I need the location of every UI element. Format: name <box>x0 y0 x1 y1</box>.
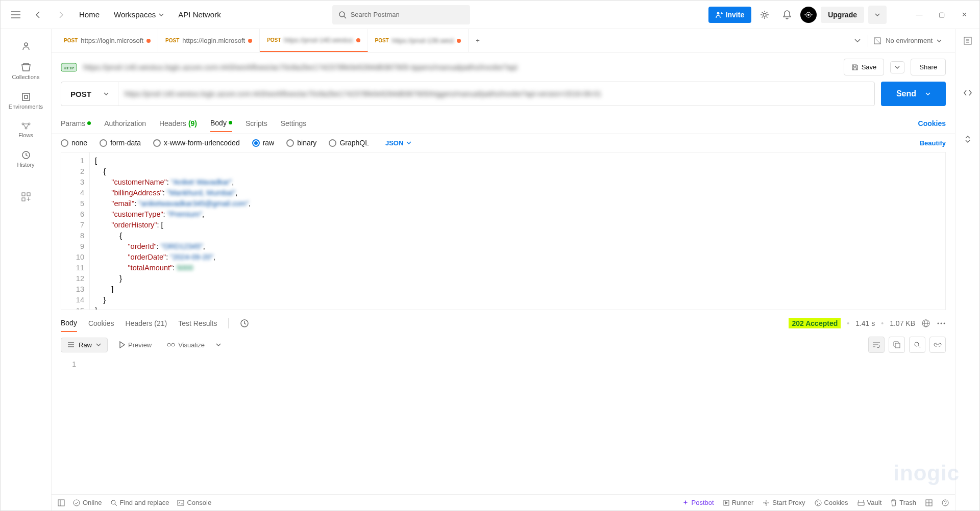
vault-icon <box>857 500 865 506</box>
tab-settings[interactable]: Settings <box>281 115 307 132</box>
forward-icon[interactable] <box>52 6 70 24</box>
code-icon[interactable] <box>963 89 972 96</box>
back-icon[interactable] <box>29 6 47 24</box>
hamburger-icon[interactable] <box>7 6 25 24</box>
response-body[interactable]: 1 <box>52 358 955 370</box>
history-clock-icon[interactable] <box>240 319 249 328</box>
start-proxy[interactable]: Start Proxy <box>763 499 805 506</box>
send-button[interactable]: Send <box>881 82 946 106</box>
settings-icon[interactable] <box>755 6 774 24</box>
tabs-dropdown-icon[interactable] <box>854 39 861 43</box>
url-input[interactable]: https://prod-140.westus.logic.azure.com:… <box>118 90 874 98</box>
tab-3[interactable]: POSThttps://prod-139.west <box>368 29 469 52</box>
sidebar-add-icon[interactable] <box>1 187 51 207</box>
topbar: Home Workspaces API Network Search Postm… <box>1 1 979 29</box>
sidebar-collections[interactable]: Collections <box>1 58 51 85</box>
more-icon[interactable] <box>937 322 946 324</box>
beautify-button[interactable]: Beautify <box>920 139 946 147</box>
tab-body[interactable]: Body <box>210 115 232 132</box>
resp-tab-test-results[interactable]: Test Results <box>178 315 217 331</box>
visualize-dropdown[interactable] <box>216 343 221 346</box>
body-form-data[interactable]: form-data <box>100 139 141 147</box>
sidebar-user-icon[interactable] <box>1 36 51 56</box>
request-tabs: Params Authorization Headers (9) Body Sc… <box>52 113 955 134</box>
tab-params[interactable]: Params <box>61 115 91 132</box>
upgrade-dropdown[interactable] <box>868 6 887 24</box>
http-badge-icon: HTTP <box>61 61 77 73</box>
resp-tab-body[interactable]: Body <box>61 315 77 332</box>
console[interactable]: Console <box>177 499 211 506</box>
search-response-icon[interactable] <box>909 337 925 353</box>
save-button[interactable]: Save <box>844 59 885 75</box>
tab-1[interactable]: POSThttps://login.microsoft <box>158 29 260 52</box>
response-format-selector[interactable]: Raw <box>61 338 108 352</box>
window-close[interactable]: ✕ <box>955 6 973 24</box>
tab-headers[interactable]: Headers (9) <box>159 115 197 132</box>
code-area[interactable]: [ { "customerName": "Aniket Wavadkar", "… <box>90 152 945 310</box>
trash[interactable]: Trash <box>891 499 916 506</box>
history-icon <box>21 150 31 160</box>
online-status[interactable]: Online <box>73 499 102 506</box>
bell-icon[interactable] <box>778 6 796 24</box>
env-quick-icon[interactable] <box>963 36 972 45</box>
svg-rect-14 <box>22 198 25 201</box>
body-none[interactable]: none <box>61 139 87 147</box>
response-line-1: 1 <box>61 360 81 368</box>
new-tab[interactable]: + <box>469 37 487 44</box>
search-input[interactable]: Search Postman <box>332 5 470 24</box>
resp-tab-headers[interactable]: Headers (21) <box>126 315 167 331</box>
nav-api-network[interactable]: API Network <box>173 7 226 22</box>
preview-button[interactable]: Preview <box>115 338 156 352</box>
upgrade-button[interactable]: Upgrade <box>821 7 864 23</box>
panel-toggle-icon[interactable] <box>58 499 65 506</box>
proxy-icon <box>763 499 770 506</box>
copy-icon[interactable] <box>889 337 905 353</box>
body-xwww[interactable]: x-www-form-urlencoded <box>153 139 240 147</box>
resp-tab-cookies[interactable]: Cookies <box>88 315 114 331</box>
sidebar-flows[interactable]: Flows <box>1 117 51 143</box>
window-minimize[interactable]: — <box>910 6 928 24</box>
tab-authorization[interactable]: Authorization <box>104 115 146 132</box>
method-selector[interactable]: POST <box>61 82 118 106</box>
sidebar-history[interactable]: History <box>1 145 51 173</box>
tab-2[interactable]: POSThttps://prod-140.westus <box>260 29 368 52</box>
postbot[interactable]: Postbot <box>682 499 714 506</box>
response-size: 1.07 KB <box>890 319 915 327</box>
tab-0[interactable]: POSThttps://login.microsoft <box>57 29 158 52</box>
share-button[interactable]: Share <box>911 59 946 75</box>
window-maximize[interactable]: ▢ <box>933 6 951 24</box>
footer-cookies[interactable]: Cookies <box>815 499 848 506</box>
svg-rect-13 <box>27 193 30 196</box>
cookies-link[interactable]: Cookies <box>918 119 946 127</box>
body-graphql[interactable]: GraphQL <box>329 139 369 147</box>
right-sidebar-icons <box>955 29 979 510</box>
tab-scripts[interactable]: Scripts <box>246 115 267 132</box>
visualize-button[interactable]: Visualize <box>163 338 209 352</box>
body-raw[interactable]: raw <box>252 139 275 147</box>
wrap-icon[interactable] <box>868 337 885 353</box>
collections-icon <box>21 63 31 72</box>
svg-point-5 <box>24 43 28 46</box>
vault[interactable]: Vault <box>857 499 882 506</box>
raw-type-selector[interactable]: JSON <box>385 139 411 147</box>
help-icon[interactable] <box>942 499 949 506</box>
globe-icon[interactable] <box>921 319 930 328</box>
nav-workspaces[interactable]: Workspaces <box>109 7 169 22</box>
environment-selector[interactable]: No environment <box>868 35 947 47</box>
save-dropdown[interactable] <box>890 61 904 73</box>
svg-rect-12 <box>22 193 25 196</box>
expand-icon[interactable] <box>964 135 971 143</box>
avatar[interactable] <box>800 7 817 23</box>
sidebar-environments[interactable]: Environments <box>1 87 51 115</box>
find-replace[interactable]: Find and replace <box>110 499 169 506</box>
body-editor[interactable]: 123456789101112131415 [ { "customerName"… <box>61 152 946 310</box>
nav-home[interactable]: Home <box>74 7 105 22</box>
invite-button[interactable]: Invite <box>708 7 752 23</box>
runner[interactable]: Runner <box>723 499 754 506</box>
svg-point-33 <box>765 502 767 504</box>
layout-icon[interactable] <box>925 499 933 506</box>
link-icon[interactable] <box>929 337 946 353</box>
body-binary[interactable]: binary <box>286 139 316 147</box>
check-circle-icon <box>73 499 80 506</box>
no-env-icon <box>873 37 881 45</box>
